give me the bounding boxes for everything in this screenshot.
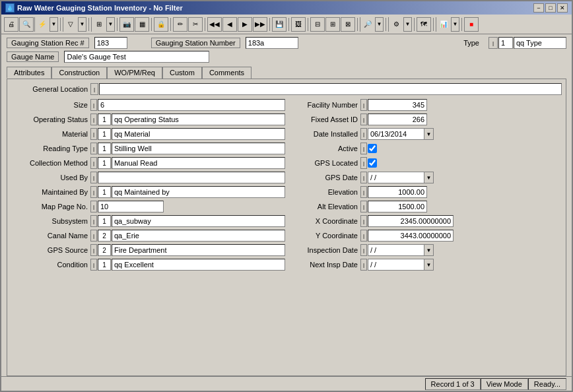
canal-name-value[interactable] — [112, 230, 285, 242]
gps-source-pipe-btn[interactable]: | — [90, 244, 97, 256]
grid3-button[interactable]: ⊟ — [310, 17, 325, 32]
type-small-btn[interactable]: | — [489, 37, 498, 49]
date-installed-pipe-btn[interactable]: | — [360, 128, 367, 140]
gps-date-pipe-btn[interactable]: | — [360, 172, 367, 183]
settings-dropdown-arrow[interactable]: ▼ — [403, 18, 411, 31]
number-input[interactable] — [246, 37, 298, 49]
map-page-pipe-btn[interactable]: | — [90, 201, 97, 212]
y-coordinate-input[interactable] — [368, 230, 454, 242]
chart-dropdown[interactable]: 📊 ▼ — [436, 17, 459, 32]
tab-wo-pm-req[interactable]: WO/PM/Req — [107, 67, 162, 79]
coll-method-num[interactable] — [98, 157, 111, 169]
reading-type-num[interactable] — [98, 143, 111, 154]
camera-button[interactable]: 📷 — [119, 17, 134, 32]
filter-button[interactable]: ▽ — [63, 17, 78, 32]
back-button[interactable]: ◀◀ — [207, 17, 222, 32]
settings-dropdown[interactable]: ⚙ ▼ — [388, 17, 412, 32]
alt-elevation-pipe-btn[interactable]: | — [360, 201, 367, 212]
search-button[interactable]: 🔎 — [360, 17, 375, 32]
fixed-asset-pipe-btn[interactable]: | — [360, 114, 367, 125]
facility-number-input[interactable] — [368, 99, 427, 111]
close-button[interactable]: ✕ — [557, 3, 568, 13]
facility-num-pipe-btn[interactable]: | — [360, 99, 367, 111]
inspection-date-dropdown[interactable]: / / ▼ — [368, 244, 434, 256]
inspection-date-arrow[interactable]: ▼ — [424, 245, 433, 255]
next-insp-date-pipe-btn[interactable]: | — [360, 259, 367, 271]
reading-type-value[interactable] — [112, 143, 285, 154]
maintained-by-value[interactable] — [112, 186, 285, 198]
alt-elevation-input[interactable] — [368, 201, 427, 212]
x-coordinate-input[interactable] — [368, 215, 454, 227]
maintained-by-pipe-btn[interactable]: | — [90, 186, 97, 198]
lock-button[interactable]: 🔒 — [154, 17, 168, 32]
gps-date-arrow[interactable]: ▼ — [424, 172, 433, 183]
next-insp-date-dropdown[interactable]: / / ▼ — [368, 259, 434, 271]
gps-located-checkbox[interactable] — [368, 158, 377, 168]
filter-dropdown[interactable]: ▽ ▼ — [63, 17, 86, 32]
used-by-input[interactable] — [98, 172, 285, 183]
size-pipe-btn[interactable]: | — [90, 99, 97, 111]
lightning-dropdown-arrow[interactable]: ▼ — [50, 18, 57, 31]
y-coord-pipe-btn[interactable]: | — [360, 230, 367, 242]
used-by-pipe-btn[interactable]: | — [90, 172, 97, 183]
canal-name-num[interactable] — [98, 230, 111, 242]
canal-name-pipe-btn[interactable]: | — [90, 230, 97, 242]
reading-type-pipe-btn[interactable]: | — [90, 143, 97, 154]
condition-num[interactable] — [98, 259, 111, 271]
x-coord-pipe-btn[interactable]: | — [360, 215, 367, 227]
settings-button[interactable]: ⚙ — [389, 17, 403, 32]
pencil-button[interactable]: ✏ — [173, 17, 187, 32]
type-num[interactable] — [498, 37, 513, 49]
tab-custom[interactable]: Custom — [162, 67, 202, 79]
subsystem-value[interactable] — [112, 215, 285, 227]
stop-button[interactable]: ■ — [464, 17, 479, 32]
print-button[interactable]: 🖨 — [4, 17, 18, 32]
scissors-button[interactable]: ✂ — [188, 17, 203, 32]
gen-loc-btn[interactable]: | — [90, 83, 98, 95]
date-installed-dropdown[interactable]: 06/13/2014 ▼ — [368, 128, 434, 140]
save-button[interactable]: 💾 — [272, 17, 286, 32]
grid-dropdown-arrow[interactable]: ▼ — [106, 18, 114, 31]
gauge-input[interactable] — [64, 51, 209, 63]
grid-dropdown[interactable]: ⊞ ▼ — [91, 17, 115, 32]
grid5-button[interactable]: ⊠ — [341, 17, 355, 32]
next-insp-date-arrow[interactable]: ▼ — [424, 259, 433, 270]
search-dropdown[interactable]: 🔎 ▼ — [360, 17, 384, 32]
gps-located-pipe-btn[interactable]: | — [360, 157, 367, 169]
grid4-button[interactable]: ⊞ — [325, 17, 340, 32]
map-page-input[interactable] — [98, 201, 164, 212]
condition-pipe-btn[interactable]: | — [90, 259, 97, 271]
filter-dropdown-arrow[interactable]: ▼ — [78, 18, 86, 31]
grid2-button[interactable]: ▦ — [135, 17, 149, 32]
fixed-asset-input[interactable] — [368, 114, 427, 125]
search-dropdown-arrow[interactable]: ▼ — [375, 18, 383, 31]
chart-button[interactable]: 📊 — [436, 17, 451, 32]
op-status-pipe-btn[interactable]: | — [90, 114, 97, 125]
active-pipe-btn[interactable]: | — [360, 143, 367, 154]
active-checkbox[interactable] — [368, 144, 377, 153]
last-button[interactable]: ▶▶ — [253, 17, 267, 32]
photo-button[interactable]: 🖼 — [291, 17, 306, 32]
minimize-button[interactable]: − — [533, 3, 544, 13]
material-num[interactable] — [98, 128, 111, 140]
condition-value[interactable] — [112, 259, 285, 271]
lightning-button[interactable]: ⚡ — [35, 17, 50, 32]
coll-method-pipe-btn[interactable]: | — [90, 157, 97, 169]
general-location-input[interactable] — [99, 83, 562, 95]
size-input[interactable] — [98, 99, 285, 111]
material-pipe-btn[interactable]: | — [90, 128, 97, 140]
tab-attributes[interactable]: Attributes — [7, 67, 51, 79]
tab-construction[interactable]: Construction — [51, 67, 107, 79]
maintained-by-num[interactable] — [98, 186, 111, 198]
map-button[interactable]: 🗺 — [417, 17, 431, 32]
tab-comments[interactable]: Comments — [202, 67, 252, 79]
binoculars-button[interactable]: 🔍 — [19, 17, 34, 32]
inspection-date-pipe-btn[interactable]: | — [360, 244, 367, 256]
subsystem-num[interactable] — [98, 215, 111, 227]
gps-date-dropdown[interactable]: / / ▼ — [368, 172, 434, 183]
elevation-input[interactable] — [368, 186, 427, 198]
material-value[interactable] — [112, 128, 285, 140]
chart-dropdown-arrow[interactable]: ▼ — [451, 18, 459, 31]
op-status-num[interactable] — [98, 114, 111, 125]
maximize-button[interactable]: □ — [545, 3, 556, 13]
